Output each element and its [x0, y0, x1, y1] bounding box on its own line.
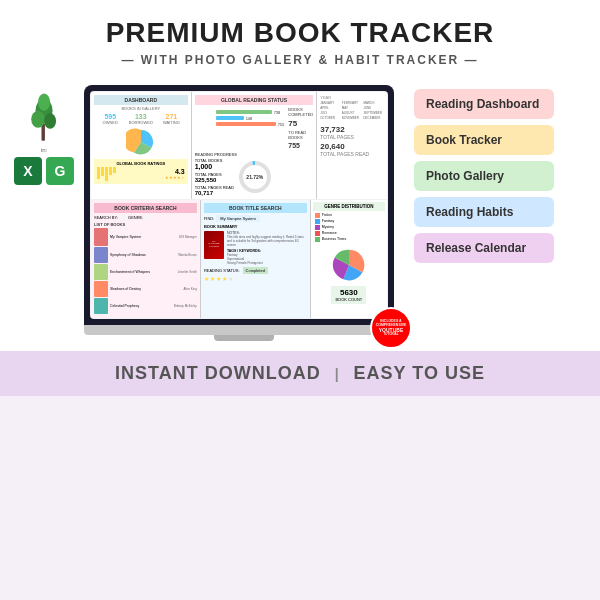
right-stat-1: 37,732 TOTAL PAGES — [320, 125, 384, 140]
bar-read-val: 738 — [274, 110, 281, 115]
book-4-author: Alice King — [184, 287, 197, 291]
svg-point-3 — [44, 113, 56, 128]
bar-area: 738 148 — [195, 107, 287, 149]
spreadsheet: DASHBOARD BOOKS IN GALLERY 595 OWNED 133 — [90, 91, 388, 319]
instant-download: INSTANT DOWNLOAD — [115, 363, 321, 383]
laptop-base — [84, 325, 404, 335]
svg-point-2 — [31, 111, 45, 128]
pie-area — [94, 127, 188, 157]
to-read-label: TO READ BOOKS — [288, 130, 313, 140]
reading-progress-label: READING PROGRESS — [195, 152, 314, 157]
list-of-books-label: LIST OF BOOKS — [94, 222, 197, 227]
youtube-badge: INCLUDES A COMPREHENSIVE YOUTUBE TUTORIA… — [370, 307, 412, 349]
genre-cell: GENRE DISTRIBUTION Fiction Fantasy Myste… — [311, 200, 387, 318]
subtitle: — WITH PHOTO GALLERY & HABIT TRACKER — — [10, 53, 590, 67]
excel-letter: X — [23, 163, 32, 179]
stat-owned: 595 OWNED — [96, 113, 125, 125]
genre-title: GENRE DISTRIBUTION — [313, 202, 385, 211]
bar-toread: 755 — [197, 122, 285, 127]
book-count-box: 5630 BOOK COUNT — [313, 286, 385, 305]
badge-line4: TUTORIAL — [383, 333, 398, 337]
feature-reading-dashboard: Reading Dashboard — [414, 89, 554, 119]
book-list: My Vampire System JKS Manager Symphony o… — [94, 228, 197, 314]
star2: ★ — [210, 275, 215, 282]
svg-point-4 — [38, 93, 50, 110]
screen-inner: DASHBOARD BOOKS IN GALLERY 595 OWNED 133 — [90, 91, 388, 319]
bar-reading-val: 148 — [246, 116, 253, 121]
book-list-row-4: Shadows of Destiny Alice King — [94, 281, 197, 297]
dashboard-pie — [126, 127, 156, 157]
book-summary-content: MYVAMPIRESYSTEM NOTES: This title aims a… — [204, 231, 307, 266]
reading-status-label: READING STATUS: — [204, 268, 240, 273]
book-notes-text: This title aims and highly suggest readi… — [227, 236, 307, 248]
star3: ★ — [216, 275, 221, 282]
genre-label: GENRE: — [128, 215, 143, 220]
book-5-author: Brittany McKinley — [174, 304, 197, 308]
year-label: YEAR — [320, 95, 384, 100]
star-rating: ★ ★ ★ ★ ★ — [204, 275, 307, 282]
book-4-title: Shadows of Destiny — [110, 287, 182, 291]
easy-to-use: EASY TO USE — [354, 363, 485, 383]
star1: ★ — [204, 275, 209, 282]
mini-bars — [97, 167, 116, 181]
book-summary-label: BOOK SUMMARY — [204, 224, 307, 229]
book-cover-image: MYVAMPIRESYSTEM — [204, 231, 224, 259]
ratings-row: 4.3 ★★★★☆ — [96, 166, 186, 182]
laptop-stand — [214, 335, 274, 341]
laptop-screen: DASHBOARD BOOKS IN GALLERY 595 OWNED 133 — [84, 85, 394, 325]
ss-row2: BOOK CRITERIA SEARCH SEARCH BY: GENRE: L… — [91, 200, 387, 318]
middle-section: in: X G — [0, 75, 600, 351]
book-2-author: Wanda Brown — [178, 253, 197, 257]
book-2-title: Symphony of Shadows — [110, 253, 176, 257]
find-input: My Vampire System — [216, 215, 260, 222]
book-title-cell: BOOK TITLE SEARCH FIND: My Vampire Syste… — [201, 200, 310, 318]
grs-right-stats: BOOKSCOMPLETED 75 TO READ BOOKS 755 — [288, 107, 313, 149]
plant-icon — [27, 85, 62, 145]
genre-fiction: Fiction — [315, 213, 383, 218]
right-stat-2-num: 20,640 — [320, 142, 384, 151]
genre-business: Business Times — [315, 237, 383, 242]
sheets-logo: G — [46, 157, 74, 185]
in-label: in: — [41, 147, 47, 153]
page-container: PREMIUM BOOK TRACKER — WITH PHOTO GALLER… — [0, 0, 600, 396]
book-criteria-cell: BOOK CRITERIA SEARCH SEARCH BY: GENRE: L… — [91, 200, 200, 318]
sheets-letter: G — [55, 163, 66, 179]
bar-reading: 148 — [197, 116, 285, 121]
feature-release-calendar: Release Calendar — [414, 233, 554, 263]
right-stat-1-num: 37,732 — [320, 125, 384, 134]
top-section: PREMIUM BOOK TRACKER — WITH PHOTO GALLER… — [0, 0, 600, 75]
stat-waiting-label: WAITING — [157, 120, 186, 125]
logos-row: X G — [14, 157, 74, 185]
dashboard-cell: DASHBOARD BOOKS IN GALLERY 595 OWNED 133 — [91, 92, 191, 199]
genre-pie-svg — [330, 246, 368, 284]
bar-read: 738 — [197, 110, 285, 115]
excel-logo: X — [14, 157, 42, 185]
grs-title: GLOBAL READING STATUS — [195, 95, 314, 105]
search-by-label: SEARCH BY: — [94, 215, 118, 220]
stat-borrowed: 133 BORROWED — [127, 113, 156, 125]
book-list-row-5: Celestial Prophecy Brittany McKinley — [94, 298, 197, 314]
stat-waiting: 271 WAITING — [157, 113, 186, 125]
ratings-mini: GLOBAL BOOK RATINGS — [94, 159, 188, 184]
months-grid: JANUARY FEBRUARY MARCH APRIL MAY JUNE JU… — [320, 101, 384, 120]
book-3-author: Jennifer Smith — [178, 270, 197, 274]
title-search-row: FIND: My Vampire System — [204, 215, 307, 222]
star5: ★ — [228, 275, 233, 282]
book-list-row-2: Symphony of Shadows Wanda Brown — [94, 247, 197, 263]
find-label: FIND: — [204, 216, 214, 221]
stat-waiting-num: 271 — [157, 113, 186, 120]
stat-owned-label: OWNED — [96, 120, 125, 125]
feature-reading-habits: Reading Habits — [414, 197, 554, 227]
features-panel: Reading Dashboard Book Tracker Photo Gal… — [414, 85, 554, 263]
books-in-gallery-label: BOOKS IN GALLERY — [94, 106, 188, 111]
book-criteria-title: BOOK CRITERIA SEARCH — [94, 203, 197, 213]
tags-text: FantasySupernaturalStrong Female Protago… — [227, 253, 307, 265]
book-count-label: BOOK COUNT — [335, 297, 362, 302]
book-1-title: My Vampire System — [110, 235, 177, 239]
book-count-num: 5630 — [335, 288, 362, 297]
book-3-title: Enchantment of Whispers — [110, 270, 176, 274]
laptop-stand-wrap — [84, 335, 404, 341]
genre-input-mock — [145, 215, 151, 220]
book-count: 5630 BOOK COUNT — [331, 286, 366, 304]
main-title: PREMIUM BOOK TRACKER — [10, 18, 590, 49]
